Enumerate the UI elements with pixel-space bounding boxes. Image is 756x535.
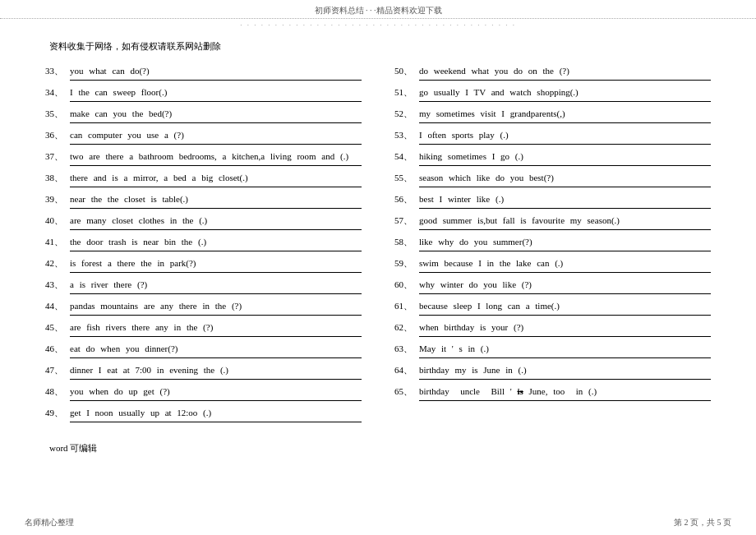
item-number: 55、 [394,171,419,184]
item-text: are many closet clothes in the (.) [70,214,362,230]
item-number: 63、 [394,342,419,355]
footer: 名师精心整理 第 2 页，共 5 页 [0,517,756,528]
list-item: 49、get I noon usually up at 12:oo (.) [45,406,362,424]
item-text: two are there a bathroom bedrooms, a kit… [70,150,362,166]
list-item: 40、are many closet clothes in the (.) [45,214,362,232]
item-number: 61、 [394,299,419,312]
item-text: get I noon usually up at 12:oo (.) [70,406,362,422]
list-item: 63、May it ' s in (.) [394,342,711,360]
list-item: 58、like why do you summer(?) [394,235,711,253]
item-number: 51、 [394,85,419,99]
item-number: 46、 [45,342,70,355]
footer-left: 名师精心整理 [25,517,74,528]
item-number: 58、 [394,235,419,248]
right-column: 50、do weekend what you do on the (?)51、g… [378,64,711,427]
item-number: 33、 [45,64,70,77]
item-text: when birthday is your (?) [419,321,711,337]
list-item: 54、hiking sometimes I go (.) [394,150,711,168]
bottom-note: word 可编辑 [0,434,756,458]
item-text: pandas mountains are any there in the (?… [70,299,362,316]
list-item: 64、birthday my is June in (.) [394,363,711,381]
item-number: 60、 [394,278,419,291]
main-content: 33、you what can do(?)34、I the can sweep … [0,58,756,434]
top-bar-title: 初师资料总结 · · ·精品资料欢迎下载 [0,0,756,19]
list-item: 61、because sleep I long can a time(.) [394,299,711,317]
list-item: 46、eat do when you dinner(?) [45,342,362,360]
list-item: 33、you what can do(?) [45,64,362,82]
item-text: are fish rivers there any in the (?) [70,321,362,337]
item-number: 38、 [45,171,70,184]
item-text: hiking sometimes I go (.) [419,150,711,166]
item-text: birthday my is June in (.) [419,363,711,380]
list-item: 48、you when do up get (?) [45,385,362,403]
item-number: 40、 [45,214,70,227]
item-text: best I winter like (.) [419,192,711,209]
item-text: good summer is,but fall is favourite my … [419,214,711,230]
list-item: 41、the door trash is near bin the (.) [45,235,362,253]
list-item: 42、is forest a there the in park(?) [45,256,362,274]
item-number: 39、 [45,192,70,205]
item-number: 48、 [45,385,70,398]
item-number: 49、 [45,406,70,419]
item-number: 41、 [45,235,70,248]
item-text: make can you the bed(?) [70,107,362,123]
list-item: 36、can computer you use a (?) [45,128,362,146]
item-number: 57、 [394,214,419,227]
item-number: 44、 [45,299,70,312]
list-item: 62、when birthday is your (?) [394,321,711,339]
item-text: you when do up get (?) [70,385,362,401]
list-item: 39、near the the closet is table(.) [45,192,362,210]
item-number: 42、 [45,256,70,270]
list-item: 38、there and is a mirror, a bed a big cl… [45,171,362,189]
list-item: 44、pandas mountains are any there in the… [45,299,362,317]
item-number: 65、 [394,385,419,398]
item-text: can computer you use a (?) [70,128,362,145]
list-item: 43、a is river there (?) [45,278,362,296]
item-text: a is river there (?) [70,278,362,294]
notice-text: 资料收集于网络，如有侵权请联系网站删除 [0,32,756,58]
left-column: 33、you what can do(?)34、I the can sweep … [45,64,378,427]
item-number: 64、 [394,363,419,376]
list-item: 45、are fish rivers there any in the (?) [45,321,362,339]
item-text: May it ' s in (.) [419,342,711,358]
item-text: eat do when you dinner(?) [70,342,362,358]
list-item: 34、I the can sweep floor(.) [45,85,362,104]
item-number: 47、 [45,363,70,376]
item-text: there and is a mirror, a bed a big close… [70,171,362,187]
item-number: 50、 [394,64,419,77]
item-text: why winter do you like (?) [419,278,711,294]
item-number: 43、 [45,278,70,291]
item-number: 45、 [45,321,70,334]
item-text: swim because I in the lake can (.) [419,256,711,273]
top-bar-dots: · · · · · · · · · · · · · · · · · · · · … [0,19,756,32]
list-item: 56、best I winter like (.) [394,192,711,210]
list-item: 50、do weekend what you do on the (?) [394,64,711,82]
item-number: 37、 [45,150,70,163]
item-number: 62、 [394,321,419,334]
item-number: 59、 [394,256,419,270]
item-text: I often sports play (.) [419,128,711,145]
item-text: do weekend what you do on the (?) [419,64,711,81]
item-text: the door trash is near bin the (.) [70,235,362,251]
list-item: 57、good summer is,but fall is favourite … [394,214,711,232]
list-item: 35、make can you the bed(?) [45,107,362,125]
item-text: is forest a there the in park(?) [70,256,362,273]
list-item: 65、birthday uncle Bill ' is June, too in… [394,385,711,403]
item-text: my sometimes visit I grandparents(,) [419,107,711,123]
item-number: 52、 [394,107,419,120]
item-text: dinner I eat at 7:00 in evening the (.) [70,363,362,380]
item-number: 54、 [394,150,419,163]
list-item: 59、swim because I in the lake can (.) [394,256,711,274]
item-text: go usually I TV and watch shopping(.) [419,85,711,102]
item-text: like why do you summer(?) [419,235,711,251]
list-item: 52、my sometimes visit I grandparents(,) [394,107,711,125]
item-number: 56、 [394,192,419,205]
list-item: 51、go usually I TV and watch shopping(.) [394,85,711,104]
footer-right: 第 2 页，共 5 页 [674,517,731,528]
list-item: 37、two are there a bathroom bedrooms, a … [45,150,362,168]
item-text: season which like do you best(?) [419,171,711,187]
item-text: you what can do(?) [70,64,362,81]
item-number: 34、 [45,85,70,99]
item-text: birthday uncle Bill ' is June, too in (.… [419,385,711,401]
list-item: 47、dinner I eat at 7:00 in evening the (… [45,363,362,381]
